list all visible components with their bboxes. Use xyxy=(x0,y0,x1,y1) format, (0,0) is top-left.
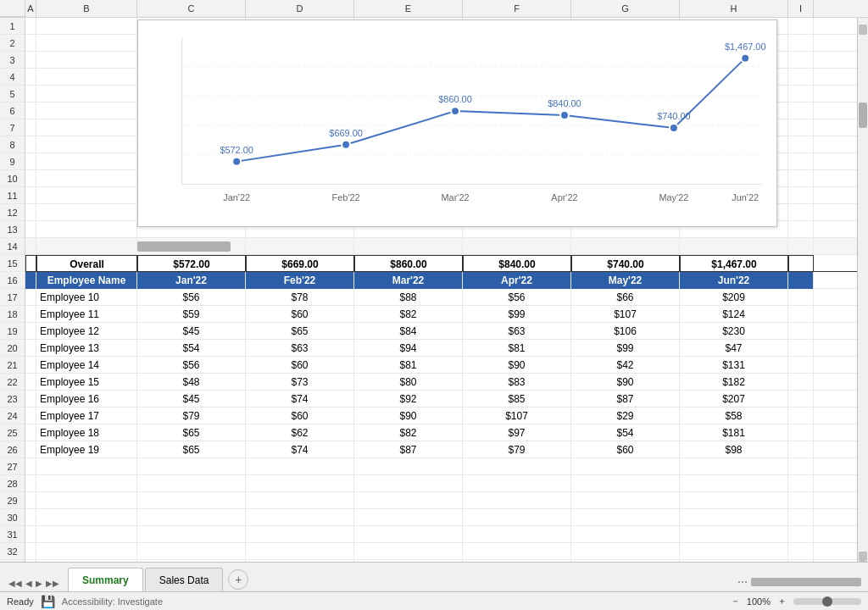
cell-col-f-row25[interactable]: $97 xyxy=(463,424,571,441)
cell-col-h-row26[interactable]: $98 xyxy=(680,441,788,458)
cell-col-d-row19[interactable]: $65 xyxy=(246,323,354,340)
header-may[interactable]: May'22 xyxy=(571,272,680,289)
row-num-5[interactable]: 5 xyxy=(0,86,25,103)
employee-name-26[interactable]: Employee 19 xyxy=(36,441,137,458)
row-num-32[interactable]: 32 xyxy=(0,543,25,560)
zoom-out-icon[interactable]: － xyxy=(731,595,740,607)
cell-col-c-row25[interactable]: $65 xyxy=(137,424,246,441)
cell-col-g-row26[interactable]: $60 xyxy=(571,441,680,458)
accessibility-text[interactable]: Accessibility: Investigate xyxy=(62,596,163,607)
cell-col-h-row24[interactable]: $58 xyxy=(680,408,788,424)
col-header-a[interactable]: A xyxy=(25,0,36,17)
row-num-18[interactable]: 18 xyxy=(0,306,25,323)
employee-name-24[interactable]: Employee 17 xyxy=(36,408,137,424)
cell-col-g-row19[interactable]: $106 xyxy=(571,323,680,340)
cell-col-c-row18[interactable]: $59 xyxy=(137,306,246,323)
zoom-slider[interactable] xyxy=(793,598,861,605)
cell-col-g-row18[interactable]: $107 xyxy=(571,306,680,323)
cell-col-e-row23[interactable]: $92 xyxy=(354,391,463,408)
cell-col-e-row19[interactable]: $84 xyxy=(354,323,463,340)
cell-i1[interactable] xyxy=(788,18,814,35)
zoom-in-icon[interactable]: ＋ xyxy=(777,595,787,607)
cell-col-h-row20[interactable]: $47 xyxy=(680,340,788,357)
cell-col-f-row21[interactable]: $90 xyxy=(463,357,571,374)
cell-col-f-row26[interactable]: $79 xyxy=(463,441,571,458)
cell-col-d-row20[interactable]: $63 xyxy=(246,340,354,357)
header-employee-name[interactable]: Employee Name xyxy=(36,272,137,289)
cell-col-f-row19[interactable]: $63 xyxy=(463,323,571,340)
row-num-12[interactable]: 12 xyxy=(0,204,25,221)
employee-name-23[interactable]: Employee 16 xyxy=(36,391,137,408)
cell-col-g-row21[interactable]: $42 xyxy=(571,357,680,374)
cell-col-g-row23[interactable]: $87 xyxy=(571,391,680,408)
cell-col-c-row20[interactable]: $54 xyxy=(137,340,246,357)
col-header-b[interactable]: B xyxy=(36,0,137,17)
employee-name-18[interactable]: Employee 11 xyxy=(36,306,137,323)
row-num-4[interactable]: 4 xyxy=(0,69,25,86)
zoom-slider-thumb[interactable] xyxy=(822,596,832,607)
row-num-7[interactable]: 7 xyxy=(0,119,25,136)
cell-col-e-row26[interactable]: $87 xyxy=(354,441,463,458)
row-num-28[interactable]: 28 xyxy=(0,475,25,492)
cell-col-f-row20[interactable]: $81 xyxy=(463,340,571,357)
cell-col-g-row17[interactable]: $66 xyxy=(571,289,680,306)
scrollbar-down-button[interactable] xyxy=(859,552,867,562)
employee-name-19[interactable]: Employee 12 xyxy=(36,323,137,340)
overall-col-a[interactable] xyxy=(25,255,36,272)
employee-name-21[interactable]: Employee 14 xyxy=(36,357,137,374)
cell-col-e-row17[interactable]: $88 xyxy=(354,289,463,306)
overall-may[interactable]: $740.00 xyxy=(571,255,680,272)
cell-col-c-row26[interactable]: $65 xyxy=(137,441,246,458)
row-num-22[interactable]: 22 xyxy=(0,374,25,391)
row-num-26[interactable]: 26 xyxy=(0,441,25,458)
row-num-19[interactable]: 19 xyxy=(0,323,25,340)
cell-col-e-row20[interactable]: $94 xyxy=(354,340,463,357)
row-num-14[interactable]: 14 xyxy=(0,238,25,255)
cell-col-f-row24[interactable]: $107 xyxy=(463,408,571,424)
cell-col-h-row25[interactable]: $181 xyxy=(680,424,788,441)
scrollbar-up-button[interactable] xyxy=(859,25,867,35)
col-header-f[interactable]: F xyxy=(463,0,571,17)
cell-col-g-row22[interactable]: $90 xyxy=(571,374,680,391)
row-num-25[interactable]: 25 xyxy=(0,424,25,441)
cell-b1[interactable] xyxy=(36,18,137,35)
tab-nav-first[interactable]: ◀◀ xyxy=(7,577,24,590)
row-num-1[interactable]: 1 xyxy=(0,18,25,35)
cell-col-e-row22[interactable]: $80 xyxy=(354,374,463,391)
cell-a1[interactable] xyxy=(25,18,36,35)
cell-col-c-row21[interactable]: $56 xyxy=(137,357,246,374)
cell-col-f-row18[interactable]: $99 xyxy=(463,306,571,323)
header-mar[interactable]: Mar'22 xyxy=(354,272,463,289)
row-num-21[interactable]: 21 xyxy=(0,357,25,374)
cell-col-h-row22[interactable]: $182 xyxy=(680,374,788,391)
cell-col-e-row18[interactable]: $82 xyxy=(354,306,463,323)
tab-nav-last[interactable]: ▶▶ xyxy=(44,577,61,590)
col-header-g[interactable]: G xyxy=(571,0,680,17)
cell-col-f-row17[interactable]: $56 xyxy=(463,289,571,306)
sheet-options-icon[interactable]: ⋯ xyxy=(737,576,748,588)
overall-jan[interactable]: $572.00 xyxy=(137,255,246,272)
col-header-c[interactable]: C xyxy=(137,0,246,17)
header-jan[interactable]: Jan'22 xyxy=(137,272,246,289)
row-num-29[interactable]: 29 xyxy=(0,492,25,509)
cell-col-g-row24[interactable]: $29 xyxy=(571,408,680,424)
cell-col-d-row21[interactable]: $60 xyxy=(246,357,354,374)
employee-name-20[interactable]: Employee 13 xyxy=(36,340,137,357)
row-num-17[interactable]: 17 xyxy=(0,289,25,306)
employee-name-22[interactable]: Employee 15 xyxy=(36,374,137,391)
header-jun[interactable]: Jun'22 xyxy=(680,272,788,289)
cell-col-h-row17[interactable]: $209 xyxy=(680,289,788,306)
row-num-15[interactable]: 15 xyxy=(0,255,25,272)
tab-add-button[interactable]: + xyxy=(228,569,248,590)
vertical-scrollbar[interactable] xyxy=(857,18,868,562)
employee-name-25[interactable]: Employee 18 xyxy=(36,424,137,441)
cell-col-d-row23[interactable]: $74 xyxy=(246,391,354,408)
row-num-23[interactable]: 23 xyxy=(0,391,25,408)
row-num-31[interactable]: 31 xyxy=(0,526,25,543)
cell-col-h-row18[interactable]: $124 xyxy=(680,306,788,323)
cell-col-c-row23[interactable]: $45 xyxy=(137,391,246,408)
row-num-11[interactable]: 11 xyxy=(0,187,25,204)
employee-name-17[interactable]: Employee 10 xyxy=(36,289,137,306)
cell-col-d-row18[interactable]: $60 xyxy=(246,306,354,323)
row-num-6[interactable]: 6 xyxy=(0,103,25,119)
